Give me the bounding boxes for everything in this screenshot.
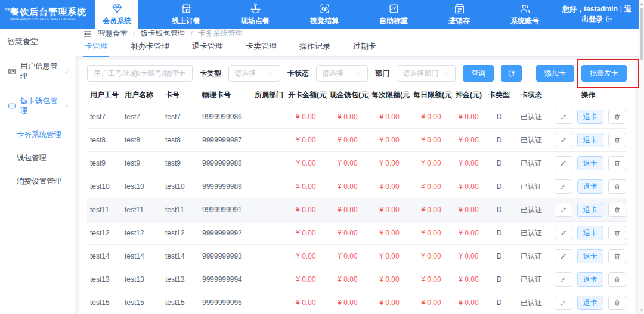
delete-button[interactable] [608,203,626,217]
top-nav-item[interactable]: 进销存 [441,0,477,29]
delete-button[interactable] [608,226,626,240]
department-cell [252,198,285,222]
tab[interactable]: 过期卡 [352,38,377,56]
deposit-cell: ¥ 0.00 [452,245,485,268]
bank-card-icon [8,102,16,110]
delete-button[interactable] [608,133,626,147]
per-limit-cell: ¥ 0.00 [369,268,410,291]
return-card-button[interactable]: 退卡 [577,249,603,263]
user-id-cell: test10 [87,175,122,198]
sidebar-subitem[interactable]: 钱包管理 [0,147,75,170]
physical-card-no-cell: 9999999987 [199,129,252,152]
actions-cell: 退卡 [550,175,627,198]
user-greeting: 您好，testadmin [562,5,618,13]
edit-button[interactable] [555,272,572,287]
return-card-button[interactable]: 退卡 [577,203,603,217]
breadcrumb-separator: / [190,30,192,38]
tab[interactable]: 操作记录 [298,38,332,56]
scale-icon [388,3,400,14]
edit-button[interactable] [555,203,572,217]
card-status-cell: 已认证 [513,198,550,222]
user-id-cell: test7 [87,105,122,129]
open-amount-cell: ¥ 0.00 [285,291,327,314]
deposit-cell: ¥ 0.00 [452,129,485,152]
sidebar-item-user-info[interactable]: 用户信息管理 [0,54,75,89]
card-type-cell: D [485,268,513,291]
top-nav-item[interactable]: 视觉结算 [303,0,346,29]
query-button[interactable]: 查询 [463,65,494,82]
add-card-button[interactable]: 添加卡 [536,65,574,82]
return-card-button[interactable]: 退卡 [577,226,603,240]
return-card-button[interactable]: 退卡 [577,296,603,310]
refresh-button[interactable] [501,65,522,82]
return-card-button[interactable]: 退卡 [577,133,603,147]
top-nav-item[interactable]: 会员系统 [95,0,138,29]
delete-button[interactable] [608,179,626,194]
per-limit-cell: ¥ 0.00 [369,129,410,152]
delete-button[interactable] [608,156,626,170]
users-icon [519,3,531,14]
edit-button[interactable] [555,296,572,310]
chevron-down-icon [267,70,274,77]
return-card-button[interactable]: 退卡 [577,179,603,194]
card-type-label: 卡类型 [200,69,221,79]
card-type-cell: D [485,198,513,222]
delete-button[interactable] [608,110,626,124]
card-status-select[interactable]: 请选择 [316,65,368,82]
delete-button[interactable] [608,272,626,287]
delete-button[interactable] [608,249,626,263]
tab[interactable]: 卡类管理 [244,38,278,56]
app-window: ▲ ▼ 智慧食堂 餐饮后台管理系统 MANAGEMENT SYSTEM OF S… [0,0,644,314]
scrollbar-thumb[interactable] [640,8,643,60]
sidebar-item-card-wallet[interactable]: 饭卡钱包管理 [0,89,75,123]
tab[interactable]: 补办卡管理 [129,38,171,56]
physical-card-no-cell: 9999999986 [199,105,252,129]
keyword-input[interactable] [87,65,193,82]
edit-icon [560,229,567,237]
department-select[interactable]: 请选择部门 [397,65,456,82]
open-amount-cell: ¥ 0.00 [285,245,327,268]
chevron-down-icon [442,70,450,77]
tab[interactable]: 退卡管理 [191,38,224,56]
top-nav-item[interactable]: 自助称重 [372,0,415,29]
tab[interactable]: 卡管理 [83,38,109,56]
top-nav-item[interactable]: 线上订餐 [165,0,208,29]
sidebar-subitem[interactable]: 消费设置管理 [0,170,75,193]
scrollbar-down-arrow-icon[interactable]: ▼ [639,307,644,313]
card-no-cell: test10 [162,175,199,198]
top-nav-item[interactable]: 系统账号 [503,0,546,29]
storefront-icon [181,3,192,14]
table-header-row: 用户工号用户名称卡号物理卡号所属部门开卡金额(元)现金钱包(元)每次限额(元)每… [87,85,627,105]
column-header: 每日限额(元) [410,85,452,105]
scrollbar-up-arrow-icon[interactable]: ▲ [639,1,644,7]
daily-limit-cell: ¥ 0.00 [410,245,452,268]
top-nav-label: 现场点餐 [241,16,270,26]
card-type-cell: D [485,175,513,198]
cards-table: 用户工号用户名称卡号物理卡号所属部门开卡金额(元)现金钱包(元)每次限额(元)每… [87,85,627,314]
card-type-select[interactable]: 请选择 [228,65,280,82]
deposit-cell: ¥ 0.00 [452,291,485,314]
sidebar-subitem[interactable]: 卡务系统管理 [0,123,75,147]
user-id-cell: test8 [87,129,122,152]
edit-button[interactable] [555,110,572,124]
table-row: test8 test8 test8 9999999987 ¥ 0.00 ¥ 0.… [87,129,627,152]
per-limit-cell: ¥ 0.00 [369,198,410,222]
top-nav-item[interactable]: 现场点餐 [234,0,277,29]
edit-button[interactable] [555,179,572,194]
deposit-cell: ¥ 0.00 [452,175,485,198]
return-card-button[interactable]: 退卡 [577,110,603,124]
edit-button[interactable] [555,226,572,240]
return-card-button[interactable]: 退卡 [577,156,603,170]
cash-wallet-cell: ¥ 0.00 [327,222,369,245]
card-status-cell: 已认证 [513,291,550,314]
vertical-scrollbar[interactable]: ▲ ▼ [639,0,644,314]
card-status-cell: 已认证 [513,152,550,175]
table-row: test9 test9 test9 9999999988 ¥ 0.00 ¥ 0.… [87,152,627,175]
edit-button[interactable] [555,133,572,147]
delete-button[interactable] [608,296,626,310]
batch-issue-button[interactable]: 批量发卡 [581,65,627,82]
edit-button[interactable] [555,156,572,170]
return-card-button[interactable]: 退卡 [577,272,603,287]
refresh-icon [507,70,515,77]
edit-button[interactable] [555,249,572,263]
